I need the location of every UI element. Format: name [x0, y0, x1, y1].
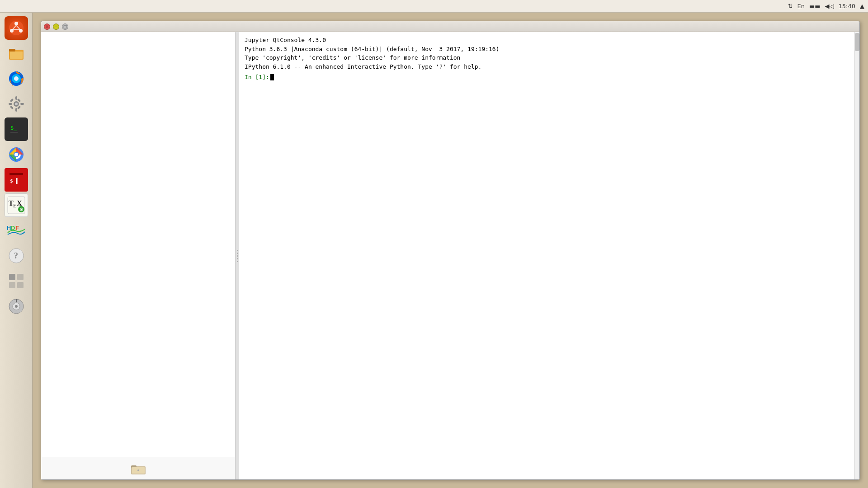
console-line-3: Type 'copyright', 'credits' or 'license'… — [245, 53, 854, 62]
topbar: ⇅ En ▬▬ ◀◁ 15:40 ▲ — [0, 0, 868, 13]
console-line-4: IPython 6.1.0 -- An enhanced Interactive… — [245, 62, 854, 71]
svg-rect-5 — [9, 49, 15, 52]
console-output[interactable]: Jupyter QtConsole 4.3.0 Python 3.6.3 |An… — [239, 32, 859, 479]
minimize-button[interactable]: − — [53, 23, 59, 30]
console-panel[interactable]: Jupyter QtConsole 4.3.0 Python 3.6.3 |An… — [239, 32, 859, 479]
svg-rect-48 — [16, 299, 17, 302]
dock-icon-chrome[interactable] — [5, 143, 28, 166]
console-line-2: Python 3.6.3 |Anaconda custom (64-bit)| … — [245, 45, 854, 54]
expand-icon[interactable]: ▲ — [860, 3, 864, 9]
dock-icon-terminal[interactable]: $_ — [5, 117, 28, 141]
svg-text:$_: $_ — [10, 125, 17, 131]
svg-rect-17 — [9, 106, 13, 109]
scrollbar[interactable] — [854, 32, 859, 479]
svg-rect-43 — [9, 282, 15, 288]
topbar-right: ⇅ En ▬▬ ◀◁ 15:40 ▲ — [788, 3, 864, 9]
language-indicator[interactable]: En — [797, 3, 805, 9]
volume-icon[interactable]: ◀◁ — [825, 3, 834, 9]
dock-icon-firefox[interactable] — [5, 67, 28, 90]
splitter[interactable] — [236, 32, 239, 479]
console-line-1: Jupyter QtConsole 4.3.0 — [245, 36, 854, 45]
battery-icon: ▬▬ — [809, 3, 821, 9]
left-panel-bottom — [41, 457, 235, 479]
splitter-handle — [237, 250, 238, 262]
dock: $_ $ ▌ T E X ⚙ — [0, 13, 33, 488]
svg-point-47 — [15, 305, 18, 308]
main-area: ✕ − □ — [33, 13, 868, 488]
svg-text:?: ? — [14, 251, 18, 260]
svg-point-9 — [14, 76, 19, 81]
maximize-button[interactable]: □ — [62, 23, 68, 30]
svg-text:$ ▌: $ ▌ — [10, 178, 19, 184]
close-button[interactable]: ✕ — [44, 23, 50, 30]
svg-rect-42 — [17, 274, 24, 280]
svg-point-52 — [137, 469, 139, 471]
svg-rect-6 — [10, 52, 23, 59]
folder-icon — [130, 462, 146, 475]
keyboard-indicator[interactable]: ⇅ — [788, 3, 793, 9]
dock-icon-redterm[interactable]: $ ▌ — [5, 168, 28, 192]
scrollbar-thumb[interactable] — [855, 33, 859, 51]
window-titlebar: ✕ − □ — [41, 21, 859, 32]
svg-text:X: X — [17, 199, 22, 207]
svg-rect-44 — [17, 282, 24, 288]
left-panel-content — [41, 32, 235, 457]
dock-icon-help[interactable]: ? — [5, 244, 28, 267]
svg-rect-13 — [15, 108, 17, 112]
svg-text:E: E — [13, 202, 16, 209]
svg-rect-41 — [9, 274, 15, 280]
svg-rect-14 — [9, 103, 12, 105]
prompt-line[interactable]: In [1]: — [245, 73, 854, 82]
prompt-text: In [1]: — [245, 73, 269, 82]
dock-icon-ubuntu[interactable] — [5, 16, 28, 40]
svg-point-11 — [15, 103, 18, 105]
svg-text:F: F — [15, 225, 19, 231]
cursor — [270, 74, 274, 80]
clock: 15:40 — [839, 3, 855, 9]
dock-icon-tex[interactable]: T E X ⚙ — [5, 193, 28, 217]
svg-rect-15 — [20, 103, 24, 105]
window-body: Jupyter QtConsole 4.3.0 Python 3.6.3 |An… — [41, 32, 859, 479]
dock-icon-disk[interactable] — [5, 295, 28, 318]
svg-rect-28 — [9, 173, 23, 175]
dock-icon-hdf[interactable]: H D F — [5, 219, 28, 242]
svg-point-26 — [14, 153, 18, 156]
jupyter-window: ✕ − □ — [41, 21, 860, 480]
left-panel — [41, 32, 236, 479]
svg-rect-12 — [15, 96, 17, 100]
dock-icon-files[interactable] — [5, 42, 28, 65]
svg-rect-16 — [9, 99, 13, 102]
dock-icon-settings[interactable] — [5, 92, 28, 116]
dock-icon-workspace[interactable] — [5, 269, 28, 293]
svg-text:⚙: ⚙ — [19, 207, 24, 212]
